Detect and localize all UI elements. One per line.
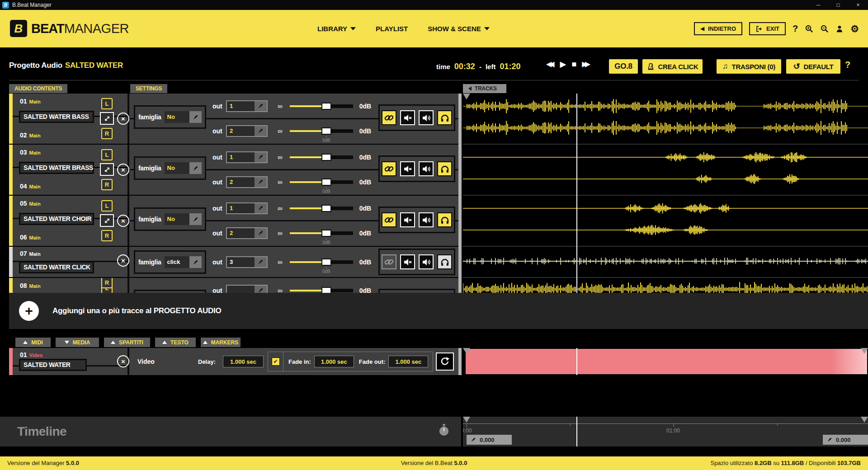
playhead[interactable]	[576, 348, 577, 375]
edit-pencil-icon[interactable]	[255, 203, 267, 213]
help-button[interactable]: ?	[793, 24, 798, 34]
zoom-in-icon[interactable]	[805, 24, 813, 33]
volume-slider[interactable]	[290, 204, 353, 213]
loop-marker-icon[interactable]	[463, 94, 470, 99]
left-channel-button[interactable]: L	[101, 200, 113, 212]
right-channel-button[interactable]: R	[101, 278, 113, 288]
output-field[interactable]: 2	[226, 227, 268, 239]
slider-thumb[interactable]	[321, 287, 331, 293]
crea-click-button[interactable]: CREA CLICK	[642, 59, 703, 74]
video-timeline-panel[interactable]	[463, 348, 868, 375]
play-button[interactable]: ▶	[560, 60, 566, 68]
speaker-button[interactable]	[419, 110, 434, 125]
loop-marker-icon[interactable]	[861, 348, 868, 354]
volume-slider[interactable]: 0dB	[290, 127, 353, 136]
slider-thumb[interactable]	[321, 179, 331, 186]
speaker-button[interactable]	[419, 212, 434, 227]
tab-testo[interactable]: TESTO	[155, 338, 196, 347]
volume-slider[interactable]	[290, 286, 353, 293]
mute-button[interactable]	[400, 254, 415, 269]
timeline-ruler[interactable]: 0:00 01:00 0.000 0.000	[463, 417, 868, 446]
right-channel-button[interactable]: R	[101, 230, 113, 241]
headphones-button[interactable]	[437, 254, 452, 269]
headphones-button[interactable]	[437, 110, 452, 125]
output-field[interactable]: 2	[226, 125, 268, 137]
speaker-button[interactable]	[419, 161, 434, 176]
add-track-panel[interactable]: + Aggiungi una o più tracce al PROGETTO …	[9, 293, 868, 329]
menu-playlist[interactable]: PLAYLIST	[376, 25, 408, 33]
remove-track-button[interactable]: ×	[117, 113, 129, 125]
user-icon[interactable]	[835, 25, 844, 33]
fade-in-field[interactable]: 1.000 sec	[314, 356, 354, 367]
offset-start-field[interactable]: 0.000	[467, 435, 512, 445]
expand-icon[interactable]	[100, 163, 114, 176]
mute-button[interactable]	[400, 212, 415, 227]
edit-pencil-icon[interactable]	[255, 286, 267, 293]
edit-pencil-icon[interactable]	[255, 101, 267, 111]
famiglia-field[interactable]: click	[165, 256, 202, 268]
close-button[interactable]: ×	[848, 0, 868, 10]
plus-icon[interactable]: +	[19, 301, 39, 321]
output-field[interactable]	[226, 285, 268, 293]
speaker-button[interactable]	[419, 254, 434, 269]
link-button[interactable]	[382, 212, 396, 227]
expand-icon[interactable]	[100, 214, 114, 227]
project-help-button[interactable]: ?	[845, 60, 850, 70]
offset-end-field[interactable]: 0.000	[823, 435, 868, 445]
default-button[interactable]: ↺ DEFAULT	[786, 59, 840, 74]
track-name-field[interactable]: SALTED WATER BASS	[19, 111, 94, 123]
back-button[interactable]: ◀ INDIETRO	[694, 22, 742, 35]
right-channel-button[interactable]: R	[101, 128, 113, 139]
stopwatch-icon[interactable]	[439, 424, 449, 438]
slider-thumb[interactable]	[321, 230, 331, 237]
edit-pencil-icon[interactable]	[255, 228, 267, 238]
tab-markers[interactable]: MARKERS	[201, 338, 241, 347]
edit-pencil-icon[interactable]	[189, 256, 202, 268]
fade-out-field[interactable]: 1.000 sec	[388, 356, 428, 367]
edit-pencil-icon[interactable]	[189, 213, 202, 225]
output-field[interactable]: 3	[226, 256, 268, 268]
fade-checkbox[interactable]: ✔	[272, 357, 280, 366]
track-name-field[interactable]: SALTED WATER CLICK	[19, 261, 94, 273]
right-channel-button[interactable]: R	[101, 179, 113, 190]
track-name-field[interactable]: SALTED WATER BRASS	[19, 162, 94, 174]
edit-pencil-icon[interactable]	[189, 162, 202, 174]
volume-slider[interactable]: 0dB	[290, 178, 353, 187]
famiglia-field[interactable]: No	[165, 111, 202, 123]
left-channel-button[interactable]: L	[101, 149, 113, 160]
remove-track-button[interactable]: ×	[117, 355, 129, 367]
tab-midi[interactable]: MIDI	[15, 338, 51, 347]
tab-media[interactable]: MEDIA	[56, 338, 99, 347]
headphones-button[interactable]	[437, 212, 452, 227]
exit-button[interactable]: EXIT	[749, 22, 786, 35]
loop-marker-icon[interactable]	[463, 348, 470, 354]
panel-divider[interactable]	[458, 94, 462, 293]
playhead[interactable]	[576, 417, 577, 446]
loop-marker-icon[interactable]	[861, 417, 868, 423]
slider-thumb[interactable]	[321, 205, 331, 212]
tab-tracks[interactable]: TRACKS	[463, 84, 506, 93]
link-button[interactable]	[382, 161, 396, 176]
famiglia-field[interactable]: No	[165, 213, 202, 225]
slider-thumb[interactable]	[321, 154, 331, 161]
gear-icon[interactable]: ⚙	[850, 24, 859, 34]
output-field[interactable]: 2	[226, 176, 268, 188]
tab-settings[interactable]: SETTINGS	[130, 84, 167, 93]
edit-pencil-icon[interactable]	[255, 152, 267, 162]
zoom-out-icon[interactable]	[820, 24, 829, 33]
output-field[interactable]: 1	[226, 100, 268, 112]
link-button[interactable]	[382, 254, 396, 269]
famiglia-field[interactable]: No	[165, 162, 202, 174]
slider-thumb[interactable]	[321, 103, 331, 110]
track-name-field[interactable]: SALTED WATER	[19, 359, 87, 371]
forward-button[interactable]: ▶▶	[582, 61, 590, 68]
tab-spartiti[interactable]: SPARTITI	[104, 338, 150, 347]
delay-field[interactable]: 1.000 sec	[223, 356, 264, 367]
link-button[interactable]	[382, 110, 396, 125]
left-channel-button[interactable]: L	[101, 98, 113, 109]
volume-slider[interactable]: 0dB	[290, 258, 353, 267]
volume-slider[interactable]: 0dB	[290, 229, 353, 238]
remove-track-button[interactable]: ×	[117, 215, 129, 227]
mute-button[interactable]	[400, 110, 415, 125]
panel-divider[interactable]	[458, 348, 462, 375]
